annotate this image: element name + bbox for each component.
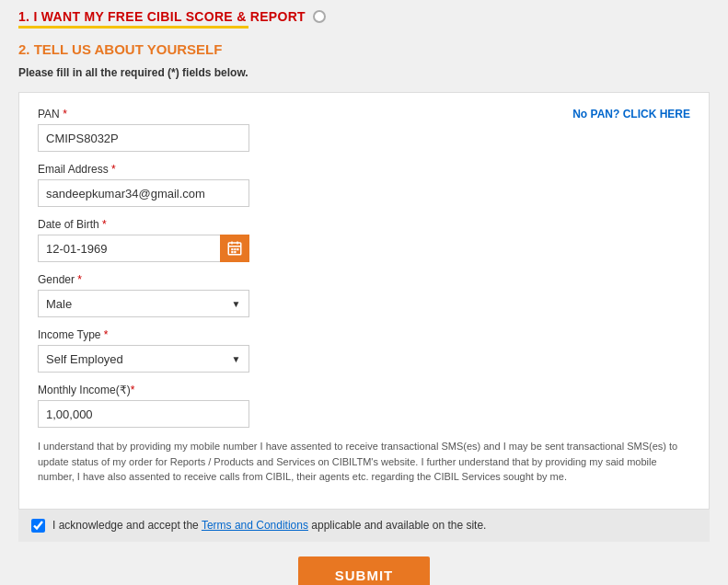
calendar-icon[interactable]	[220, 235, 249, 262]
section2-title: 2. TELL US ABOUT YOURSELF	[18, 41, 710, 57]
income-type-select-wrapper: Self Employed Salaried Business	[38, 345, 249, 373]
email-label: Email Address *	[38, 163, 116, 176]
email-label-row: Email Address *	[38, 163, 690, 176]
gender-field-row: Gender * Male Female Other	[38, 273, 690, 317]
dob-input[interactable]	[38, 235, 249, 262]
terms-link[interactable]: Terms and Conditions	[202, 519, 308, 532]
disclaimer-text: I understand that by providing my mobile…	[38, 439, 690, 485]
dob-wrapper	[38, 235, 249, 262]
dob-label: Date of Birth *	[38, 218, 107, 231]
svg-rect-6	[237, 248, 238, 250]
yellow-divider	[18, 26, 248, 29]
form-container: PAN * No PAN? CLICK HERE Email Address *…	[18, 92, 710, 510]
gender-select[interactable]: Male Female Other	[38, 290, 249, 317]
section1-header: 1. I WANT MY FREE CIBIL SCORE & REPORT	[18, 9, 710, 24]
page-container: 1. I WANT MY FREE CIBIL SCORE & REPORT 2…	[0, 0, 728, 585]
gender-label: Gender *	[38, 273, 82, 286]
income-type-label-row: Income Type *	[38, 328, 690, 341]
dob-field-row: Date of Birth *	[38, 218, 690, 262]
monthly-income-label: Monthly Income(₹)*	[38, 384, 134, 396]
svg-rect-4	[231, 248, 233, 250]
monthly-income-required-star: *	[131, 384, 135, 396]
email-field-row: Email Address *	[38, 163, 690, 207]
dob-label-row: Date of Birth *	[38, 218, 690, 231]
email-required-star: *	[111, 163, 116, 176]
required-note: Please fill in all the required (*) fiel…	[18, 66, 710, 79]
income-type-field-row: Income Type * Self Employed Salaried Bus…	[38, 328, 690, 373]
monthly-income-input[interactable]	[38, 400, 249, 428]
svg-rect-5	[234, 248, 236, 250]
click-here-link[interactable]: CLICK HERE	[623, 108, 690, 120]
section1-radio[interactable]	[313, 10, 326, 23]
terms-label: I acknowledge and accept the Terms and C…	[52, 519, 486, 532]
svg-rect-7	[231, 251, 233, 253]
monthly-income-label-row: Monthly Income(₹)*	[38, 384, 690, 396]
no-pan-link: No PAN? CLICK HERE	[572, 108, 690, 120]
svg-rect-8	[234, 251, 236, 253]
gender-label-row: Gender *	[38, 273, 690, 286]
submit-button[interactable]: SUBMIT	[298, 556, 431, 586]
pan-label: PAN *	[38, 108, 67, 120]
pan-label-row: PAN * No PAN? CLICK HERE	[38, 108, 690, 120]
terms-checkbox[interactable]	[31, 519, 45, 533]
pan-required-star: *	[63, 108, 67, 120]
income-type-required-star: *	[104, 328, 109, 341]
terms-checkbox-row: I acknowledge and accept the Terms and C…	[18, 510, 710, 542]
pan-field-row: PAN * No PAN? CLICK HERE	[38, 108, 690, 152]
email-input[interactable]	[38, 179, 249, 207]
dob-required-star: *	[102, 218, 107, 231]
income-type-label: Income Type *	[38, 328, 109, 341]
gender-select-wrapper: Male Female Other	[38, 290, 249, 317]
monthly-income-field-row: Monthly Income(₹)*	[38, 384, 690, 428]
income-type-select[interactable]: Self Employed Salaried Business	[38, 345, 249, 373]
section2-header: 2. TELL US ABOUT YOURSELF	[18, 41, 710, 57]
gender-required-star: *	[77, 273, 82, 286]
pan-input[interactable]	[38, 124, 249, 152]
submit-row: SUBMIT	[18, 556, 710, 586]
section1-title: 1. I WANT MY FREE CIBIL SCORE & REPORT	[18, 9, 306, 24]
